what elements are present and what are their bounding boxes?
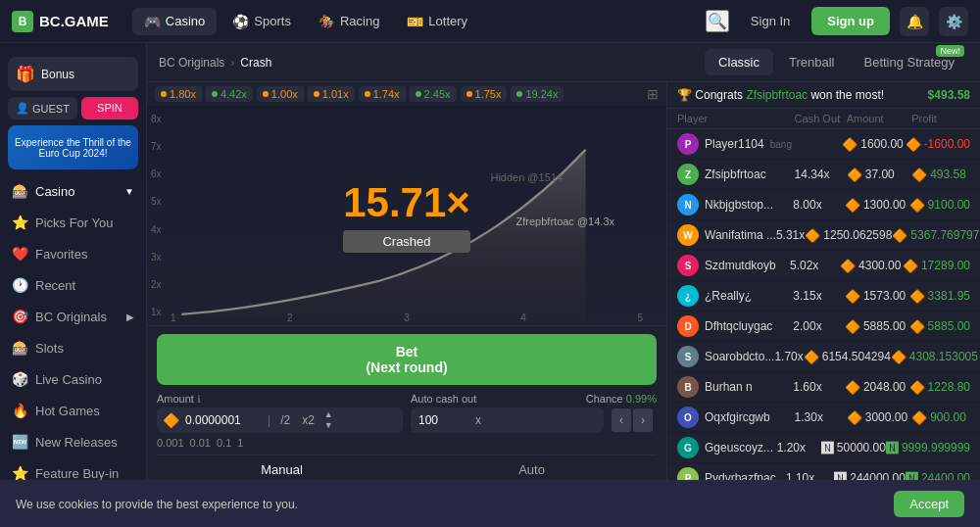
sidebar-item-recent[interactable]: 🕐 Recent	[0, 269, 146, 301]
cashout-nav-arrows: ‹ ›	[608, 408, 657, 432]
ticker-item-6[interactable]: 1.75x	[461, 86, 508, 102]
profit-cell: 🔶 5885.00	[909, 319, 970, 334]
x-label-1: 1	[171, 312, 176, 323]
table-row[interactable]: ¿ ¿Really¿ 3.15x 🔶 1573.00 🔶 3381.95	[667, 281, 980, 311]
tab-trenball-label: Trenball	[789, 55, 834, 70]
table-row[interactable]: Z Zfsipbfrtoac 14.34x 🔶 37.00 🔶 493.58	[667, 160, 980, 190]
player-name: Ggeuscoyz...	[705, 441, 773, 455]
table-row[interactable]: O Oqxfgircgwb 1.30x 🔶 3000.00 🔶 900.00	[667, 403, 980, 433]
cashout-prev-button[interactable]: ‹	[612, 408, 631, 432]
user-bet-label: Zfrepbfrtoac @14.3x	[516, 216, 614, 227]
profit-cell: 🔶 493.58	[911, 168, 970, 182]
amount-cell: 🔶 5885.00	[845, 319, 909, 334]
table-row[interactable]: S Szdmutdkoyb 5.02x 🔶 4300.00 🔶 17289.00	[667, 251, 980, 281]
settings-button[interactable]: ⚙️	[939, 7, 968, 36]
sidebar-item-casino[interactable]: 🎰 Casino ▼	[0, 175, 146, 207]
tab-classic[interactable]: Classic	[705, 49, 773, 75]
sidebar-item-new-releases[interactable]: 🆕 New Releases	[0, 426, 146, 457]
sub-val-full[interactable]: 1	[237, 437, 243, 449]
table-row[interactable]: G Ggeuscoyz... 1.20x 🅽 50000.00 🅽 9999.9…	[667, 433, 980, 463]
ticker-item-2[interactable]: 1.00x	[257, 86, 304, 102]
table-row[interactable]: D Dfhtqcluygac 2.00x 🔶 5885.00 🔶 5885.00	[667, 311, 980, 342]
profit-coin-icon: 🔶	[906, 137, 921, 152]
table-row[interactable]: S Soarobdcto... 1.70x 🔶 6154.504294 🔶 43…	[667, 342, 980, 372]
avatar: W	[677, 224, 699, 246]
congrats-bar: 🏆 Congrats Zfsipbfrtoac won the most! $4…	[667, 82, 980, 109]
logo[interactable]: B BC.GAME	[12, 11, 109, 32]
table-row[interactable]: N Nkbjgbstop... 8.00x 🔶 1300.00 🔶 9100.0…	[667, 190, 980, 220]
ticker-dot-4	[365, 91, 370, 97]
ticker-val-7: 19.24x	[525, 88, 558, 100]
ticker-item-3[interactable]: 1.01x	[308, 86, 355, 102]
coin-icon: 🔶	[847, 168, 862, 182]
spin-button[interactable]: SPIN	[81, 97, 138, 120]
amount-val: 4300.00	[858, 259, 901, 272]
ticker-item-5[interactable]: 2.45x	[410, 86, 457, 102]
signup-button[interactable]: Sign up	[811, 7, 890, 35]
table-row[interactable]: W Wanifatima ... 5.31x 🔶 1250.062598 🔶 5…	[667, 220, 980, 251]
sidebar-bonus[interactable]: 🎁 Bonus	[8, 57, 138, 91]
sidebar-item-picks[interactable]: ⭐ Picks For You	[0, 207, 146, 238]
tab-betting-strategy[interactable]: New! Betting Strategy	[851, 49, 969, 75]
multiplier-display: 15.71× Crashed	[343, 179, 470, 253]
grid-icon[interactable]: ⊞	[647, 86, 659, 102]
sidebar-feature-label: Feature Buy-in	[35, 466, 119, 481]
profit-coin-icon: 🔶	[909, 289, 925, 304]
profit-cell: 🔶 -1600.00	[906, 137, 970, 152]
sidebar-section: 🎰 Casino ▼ ⭐ Picks For You ❤️ Favorites …	[0, 175, 146, 527]
cookie-banner: We use cookies to provide the best exper…	[0, 480, 980, 527]
sub-val-1[interactable]: 0.1	[217, 437, 231, 449]
tab-trenball[interactable]: Trenball	[775, 49, 848, 75]
amount-up-arrow[interactable]: ▲	[324, 409, 333, 420]
half-button[interactable]: /2	[274, 413, 296, 427]
amount-down-arrow[interactable]: ▼	[324, 420, 333, 431]
table-row[interactable]: B Burhan n 1.60x 🔶 2048.00 🔶 1228.80	[667, 372, 980, 403]
bonus-label: Bonus	[41, 68, 74, 81]
ticker-val-1: 4.42x	[220, 88, 247, 100]
amount-val: 5885.00	[863, 319, 906, 333]
breadcrumb-current: Crash	[240, 56, 271, 70]
player-cell: G Ggeuscoyz...	[677, 437, 777, 458]
nav-item-casino[interactable]: 🎮 Casino	[132, 8, 217, 35]
cashout-val: 5.31x	[776, 228, 805, 242]
avatar: S	[677, 255, 699, 276]
nav-item-sports[interactable]: ⚽ Sports	[220, 8, 303, 35]
amount-input[interactable]	[185, 407, 264, 433]
amount-val: 1600.00	[860, 137, 903, 151]
search-button[interactable]: 🔍	[706, 10, 729, 32]
ticker-item-7[interactable]: 19.24x	[511, 86, 564, 102]
sidebar-item-hot-games[interactable]: 🔥 Hot Games	[0, 395, 146, 426]
sidebar-item-slots[interactable]: 🎰 Slots	[0, 332, 146, 363]
nav-item-racing[interactable]: 🏇 Racing	[307, 8, 391, 35]
player-name: Burhan n	[705, 380, 753, 394]
accept-cookie-button[interactable]: Accept	[894, 491, 964, 517]
bonus-icon: 🎁	[16, 65, 35, 83]
profit-coin-icon: 🅽	[886, 441, 899, 455]
notifications-button[interactable]: 🔔	[900, 7, 929, 36]
promo-banner[interactable]: Experience the Thrill of the Euro Cup 20…	[8, 125, 138, 169]
bet-button[interactable]: Bet (Next round)	[157, 334, 657, 385]
signin-button[interactable]: Sign In	[739, 8, 802, 34]
sidebar-item-bc-originals[interactable]: 🎯 BC Originals ▶	[0, 301, 146, 332]
cashout-next-button[interactable]: ›	[633, 408, 653, 432]
table-row[interactable]: P Player1104 bang 🔶 1600.00 🔶 -1600.00	[667, 129, 980, 160]
col-amount: Amount	[847, 113, 911, 124]
double-button[interactable]: x2	[296, 413, 320, 427]
profit-cell: 🔶 9100.00	[909, 198, 970, 213]
cashout-label-row: Auto cash out Chance 0.99%	[411, 393, 657, 405]
breadcrumb-parent[interactable]: BC Originals	[159, 56, 224, 70]
nav-item-lottery[interactable]: 🎫 Lottery	[395, 8, 479, 35]
sub-val-01[interactable]: 0.01	[190, 437, 211, 449]
ticker-item-1[interactable]: 4.42x	[206, 86, 253, 102]
guest-button[interactable]: 👤 GUEST	[8, 97, 77, 120]
ticker-item-4[interactable]: 1.74x	[359, 86, 406, 102]
sidebar-item-live-casino[interactable]: 🎲 Live Casino	[0, 363, 146, 395]
ticker-item-0[interactable]: 1.80x	[155, 86, 202, 102]
new-icon: 🆕	[12, 434, 27, 450]
sidebar-item-favorites[interactable]: ❤️ Favorites	[0, 238, 146, 269]
profit-coin-icon: 🔶	[909, 198, 925, 213]
cashout-input[interactable]	[411, 407, 469, 433]
lottery-icon: 🎫	[407, 14, 423, 29]
sub-val-001[interactable]: 0.001	[157, 437, 184, 449]
ticker-dot-7	[516, 91, 522, 97]
